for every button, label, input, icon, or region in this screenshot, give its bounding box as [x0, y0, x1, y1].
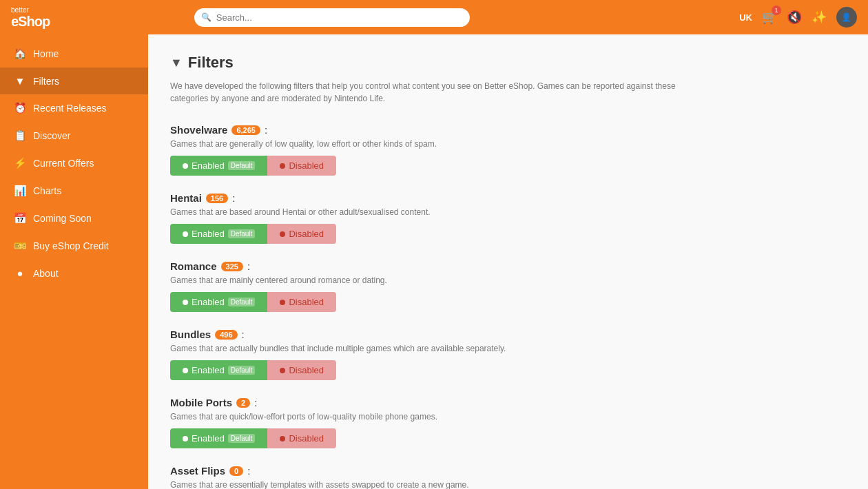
filter-name-romance: Romance — [170, 260, 217, 272]
filter-header-hentai: Hentai 156 : — [170, 192, 846, 204]
disabled-dot-shovelware — [280, 163, 285, 169]
logo-better: better — [11, 6, 50, 14]
discover-icon: 📋 — [14, 129, 26, 142]
default-tag-hentai: Default — [228, 229, 256, 238]
sidebar: 🏠 Home ▼ Filters ⏰ Recent Releases 📋 Dis… — [0, 34, 148, 489]
page-title: ▼ Filters — [170, 54, 846, 72]
filter-enabled-btn-romance[interactable]: Enabled Default — [170, 292, 267, 312]
filter-header-shovelware: Shovelware 6,265 : — [170, 124, 846, 136]
search-input[interactable] — [194, 8, 470, 27]
page-description: We have developed the following filters … — [170, 80, 707, 105]
filter-item-romance: Romance 325 : Games that are mainly cent… — [170, 260, 846, 312]
filter-header-romance: Romance 325 : — [170, 260, 846, 272]
sidebar-item-coming-soon[interactable]: 📅 Coming Soon — [0, 205, 148, 232]
filter-item-hentai: Hentai 156 : Games that are based around… — [170, 192, 846, 244]
sidebar-label-discover: Discover — [33, 130, 70, 141]
sidebar-item-recent-releases[interactable]: ⏰ Recent Releases — [0, 94, 148, 122]
disabled-dot-romance — [280, 300, 285, 305]
search-icon: 🔍 — [201, 12, 211, 22]
filter-colon-romance: : — [247, 260, 250, 272]
disabled-dot-bundles — [280, 368, 285, 373]
filters-list: Shovelware 6,265 : Games that are genera… — [170, 124, 846, 489]
filter-name-shovelware: Shovelware — [170, 124, 227, 136]
page-content: ▼ Filters We have developed the followin… — [148, 34, 868, 489]
sidebar-label-recent-releases: Recent Releases — [33, 103, 107, 114]
filter-item-asset-flips: Asset Flips 0 : Games that are essential… — [170, 465, 846, 489]
offers-icon: ⚡ — [14, 157, 26, 169]
filter-disabled-btn-romance[interactable]: Disabled — [267, 292, 336, 312]
enabled-dot-mobile-ports — [183, 436, 188, 441]
settings-icon[interactable]: ✨ — [812, 10, 827, 25]
sidebar-item-discover[interactable]: 📋 Discover — [0, 122, 148, 149]
filter-name-hentai: Hentai — [170, 192, 202, 204]
enabled-dot-bundles — [183, 368, 188, 373]
default-tag-romance: Default — [228, 298, 256, 306]
disabled-dot-hentai — [280, 231, 285, 237]
sidebar-item-filters[interactable]: ▼ Filters — [0, 67, 148, 94]
sidebar-label-buy-eshop-credit: Buy eShop Credit — [33, 240, 109, 251]
filter-header-asset-flips: Asset Flips 0 : — [170, 465, 846, 477]
cart-button[interactable]: 🛒 1 — [762, 10, 777, 25]
header-right: UK 🛒 1 🔇 ✨ 👤 — [739, 7, 857, 28]
filter-enabled-btn-mobile-ports[interactable]: Enabled Default — [170, 428, 267, 448]
credit-icon: 🎫 — [14, 240, 26, 252]
search-bar: 🔍 — [194, 8, 470, 27]
filter-desc-mobile-ports: Games that are quick/low-effort ports of… — [170, 412, 846, 422]
filter-badge-shovelware: 6,265 — [231, 125, 260, 135]
filter-buttons-bundles: Enabled Default Disabled — [170, 360, 846, 380]
default-tag-bundles: Default — [228, 366, 256, 375]
filter-badge-hentai: 156 — [206, 194, 228, 203]
filter-enabled-btn-bundles[interactable]: Enabled Default — [170, 360, 267, 380]
sidebar-label-filters: Filters — [33, 76, 59, 87]
sidebar-item-about[interactable]: ● About — [0, 260, 148, 287]
sidebar-item-current-offers[interactable]: ⚡ Current Offers — [0, 149, 148, 177]
filter-colon-shovelware: : — [265, 124, 267, 136]
filter-colon-bundles: : — [242, 329, 245, 340]
filter-buttons-mobile-ports: Enabled Default Disabled — [170, 428, 846, 448]
filter-buttons-shovelware: Enabled Default Disabled — [170, 156, 846, 176]
enabled-dot-shovelware — [183, 163, 188, 169]
filter-enabled-btn-shovelware[interactable]: Enabled Default — [170, 156, 267, 176]
filter-disabled-btn-hentai[interactable]: Disabled — [267, 224, 336, 244]
logo-eshop: eShop — [11, 14, 50, 29]
filter-desc-asset-flips: Games that are essentially templates wit… — [170, 480, 846, 489]
filter-buttons-romance: Enabled Default Disabled — [170, 292, 846, 312]
sidebar-item-buy-eshop-credit[interactable]: 🎫 Buy eShop Credit — [0, 232, 148, 260]
enabled-dot-romance — [183, 300, 188, 305]
disabled-dot-mobile-ports — [280, 436, 285, 441]
volume-icon[interactable]: 🔇 — [787, 10, 802, 25]
user-avatar[interactable]: 👤 — [836, 7, 857, 28]
about-icon: ● — [14, 267, 26, 279]
sidebar-item-charts[interactable]: 📊 Charts — [0, 177, 148, 205]
sidebar-label-home: Home — [33, 48, 59, 59]
filter-item-mobile-ports: Mobile Ports 2 : Games that are quick/lo… — [170, 397, 846, 448]
filter-header-bundles: Bundles 496 : — [170, 329, 846, 340]
sidebar-label-about: About — [33, 268, 59, 279]
filter-disabled-btn-shovelware[interactable]: Disabled — [267, 156, 336, 176]
filters-icon: ▼ — [14, 75, 26, 87]
filter-desc-shovelware: Games that are generally of low quality,… — [170, 139, 846, 149]
filter-buttons-hentai: Enabled Default Disabled — [170, 224, 846, 244]
coming-soon-icon: 📅 — [14, 212, 26, 225]
recent-icon: ⏰ — [14, 102, 26, 114]
filter-colon-asset-flips: : — [247, 465, 250, 477]
region-label[interactable]: UK — [739, 12, 752, 23]
filter-colon-mobile-ports: : — [254, 397, 257, 408]
filter-disabled-btn-mobile-ports[interactable]: Disabled — [267, 428, 336, 448]
filter-item-shovelware: Shovelware 6,265 : Games that are genera… — [170, 124, 846, 176]
filter-enabled-btn-hentai[interactable]: Enabled Default — [170, 224, 267, 244]
page-title-icon: ▼ — [170, 56, 183, 70]
default-tag-mobile-ports: Default — [228, 434, 256, 443]
filter-name-mobile-ports: Mobile Ports — [170, 397, 232, 408]
filter-disabled-btn-bundles[interactable]: Disabled — [267, 360, 336, 380]
filter-name-bundles: Bundles — [170, 329, 211, 340]
filter-name-asset-flips: Asset Flips — [170, 465, 225, 477]
sidebar-item-home[interactable]: 🏠 Home — [0, 40, 148, 67]
filter-header-mobile-ports: Mobile Ports 2 : — [170, 397, 846, 408]
filter-badge-romance: 325 — [221, 262, 243, 271]
cart-badge: 1 — [772, 6, 781, 15]
filter-badge-mobile-ports: 2 — [236, 398, 250, 408]
filter-desc-bundles: Games that are actually bundles that inc… — [170, 344, 846, 353]
filter-colon-hentai: : — [232, 192, 235, 204]
enabled-dot-hentai — [183, 231, 188, 237]
